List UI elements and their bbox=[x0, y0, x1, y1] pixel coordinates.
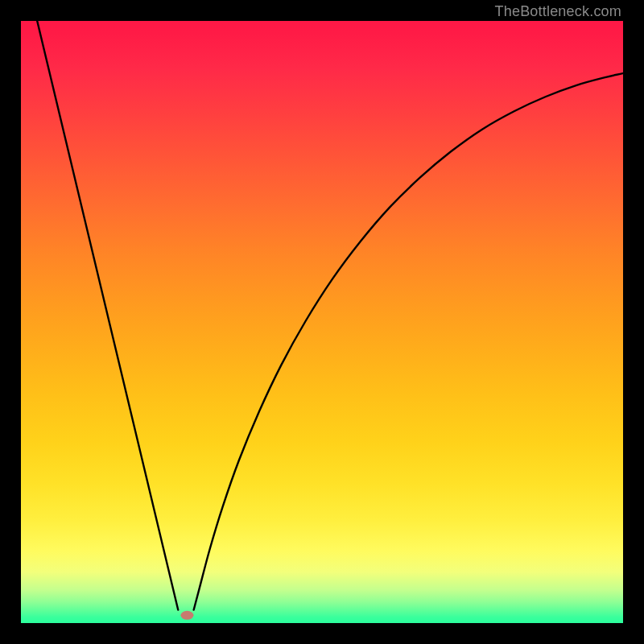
watermark-text: TheBottleneck.com bbox=[495, 3, 621, 20]
minimum-marker bbox=[180, 611, 193, 620]
chart-container: TheBottleneck.com bbox=[0, 0, 644, 644]
curve-left-arm bbox=[37, 21, 178, 610]
curve-right-arm bbox=[194, 73, 623, 609]
chart-svg bbox=[21, 21, 623, 623]
curve-group bbox=[37, 21, 623, 610]
plot-area bbox=[21, 21, 623, 623]
